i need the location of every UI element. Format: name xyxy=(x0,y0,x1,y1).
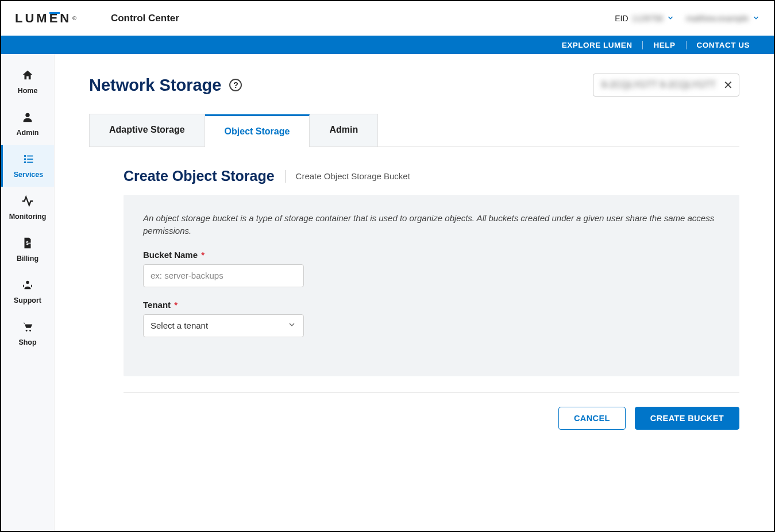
sidebar-item-label: Monitoring xyxy=(9,213,47,221)
eid-value: 1128758 xyxy=(632,14,664,23)
form-panel: An object storage bucket is a type of st… xyxy=(124,195,739,376)
svg-point-1 xyxy=(24,155,26,157)
context-value: 9-2CQLYGTT 9-2CQLYGTT xyxy=(602,80,716,90)
logo[interactable]: LUMEN® xyxy=(15,11,76,26)
sidebar-item-label: Shop xyxy=(18,338,36,346)
sidebar-item-label: Billing xyxy=(17,255,38,263)
tenant-select[interactable]: Select a tenant xyxy=(143,314,304,337)
close-icon[interactable]: ✕ xyxy=(723,78,733,92)
chevron-down-icon xyxy=(287,320,296,331)
eid-selector[interactable]: EID 1128758 xyxy=(615,14,674,24)
sidebar: Home Admin Services Monitoring $≡ Billin… xyxy=(1,54,55,531)
context-selector[interactable]: 9-2CQLYGTT 9-2CQLYGTT ✕ xyxy=(593,74,739,97)
divider xyxy=(285,170,286,183)
sidebar-item-services[interactable]: Services xyxy=(1,145,54,187)
tab-object-storage[interactable]: Object Storage xyxy=(205,114,310,147)
help-link[interactable]: HELP xyxy=(642,41,685,49)
cancel-button[interactable]: CANCEL xyxy=(558,407,626,430)
tenant-label: Tenant * xyxy=(143,300,720,310)
list-icon xyxy=(22,153,35,167)
user-name: matthew.example xyxy=(686,14,749,23)
activity-icon xyxy=(21,195,34,209)
sidebar-item-shop[interactable]: Shop xyxy=(1,313,54,354)
section-subtitle: Create Object Storage Bucket xyxy=(296,171,410,181)
user-icon xyxy=(21,111,34,125)
top-header: LUMEN® Control Center EID 1128758 matthe… xyxy=(1,1,774,36)
svg-point-0 xyxy=(25,113,29,117)
cart-icon xyxy=(21,321,34,335)
support-icon xyxy=(21,279,34,293)
svg-point-3 xyxy=(24,158,26,160)
svg-point-10 xyxy=(29,330,31,331)
sidebar-item-label: Admin xyxy=(17,129,39,137)
svg-rect-2 xyxy=(27,156,33,157)
main-content: Network Storage ? 9-2CQLYGTT 9-2CQLYGTT … xyxy=(55,54,774,531)
form-description: An object storage bucket is a type of st… xyxy=(143,212,720,237)
chevron-down-icon xyxy=(752,14,760,24)
bucket-name-label: Bucket Name * xyxy=(143,250,720,260)
explore-link[interactable]: EXPLORE LUMEN xyxy=(552,41,643,49)
field-bucket-name: Bucket Name * xyxy=(143,250,720,287)
sidebar-item-home[interactable]: Home xyxy=(1,61,54,103)
action-bar: CANCEL CREATE BUCKET xyxy=(124,392,739,430)
field-tenant: Tenant * Select a tenant xyxy=(143,300,720,337)
tenant-placeholder: Select a tenant xyxy=(151,321,208,330)
utility-bar: EXPLORE LUMEN HELP CONTACT US xyxy=(1,36,774,54)
chevron-down-icon xyxy=(666,14,674,24)
user-menu[interactable]: matthew.example xyxy=(686,14,760,24)
sidebar-item-admin[interactable]: Admin xyxy=(1,103,54,145)
sidebar-item-label: Services xyxy=(14,171,43,179)
contact-link[interactable]: CONTACT US xyxy=(686,41,761,49)
sidebar-item-label: Home xyxy=(18,87,38,95)
sidebar-item-support[interactable]: Support xyxy=(1,271,54,313)
tab-admin[interactable]: Admin xyxy=(310,114,378,147)
svg-rect-4 xyxy=(27,159,33,160)
section-heading: Create Object Storage xyxy=(124,168,275,184)
home-icon xyxy=(21,69,34,83)
svg-point-8 xyxy=(26,281,29,284)
eid-label: EID xyxy=(615,14,628,23)
page-title: Network Storage xyxy=(89,76,221,95)
svg-point-5 xyxy=(24,161,26,164)
sidebar-item-monitoring[interactable]: Monitoring xyxy=(1,187,54,229)
sidebar-item-billing[interactable]: $≡ Billing xyxy=(1,229,54,271)
app-title: Control Center xyxy=(111,13,179,24)
invoice-icon: $≡ xyxy=(21,237,34,251)
bucket-name-input[interactable] xyxy=(143,264,304,287)
help-icon[interactable]: ? xyxy=(229,79,242,91)
svg-point-9 xyxy=(26,330,28,331)
create-bucket-button[interactable]: CREATE BUCKET xyxy=(635,407,739,430)
svg-text:$≡: $≡ xyxy=(26,241,32,246)
svg-rect-6 xyxy=(27,162,33,163)
tabs: Adaptive Storage Object Storage Admin xyxy=(89,114,739,147)
tab-adaptive-storage[interactable]: Adaptive Storage xyxy=(89,114,205,147)
sidebar-item-label: Support xyxy=(14,296,41,304)
